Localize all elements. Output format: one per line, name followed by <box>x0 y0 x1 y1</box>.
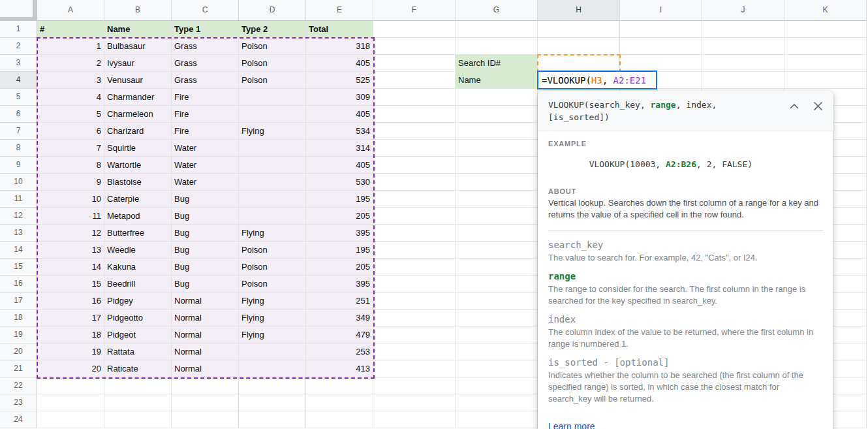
cell-F5[interactable] <box>373 89 456 106</box>
cell-E19[interactable]: 479 <box>306 326 373 343</box>
cell-A5[interactable]: 4 <box>37 89 104 106</box>
cell-D1[interactable]: Type 2 <box>239 21 306 38</box>
cell-E18[interactable]: 349 <box>306 310 373 326</box>
cell-E20[interactable]: 253 <box>306 343 373 360</box>
cell-C4[interactable]: Grass <box>172 72 239 89</box>
cell-C13[interactable]: Bug <box>172 225 239 242</box>
cell-C11[interactable]: Bug <box>172 191 239 208</box>
cell-G1[interactable] <box>456 21 538 38</box>
cell-C17[interactable]: Normal <box>172 293 239 310</box>
cell-G18[interactable] <box>456 310 538 326</box>
cell-C19[interactable]: Normal <box>172 326 239 343</box>
row-header-21[interactable]: 21 <box>0 360 37 377</box>
cell-D20[interactable] <box>239 343 306 360</box>
cell-C1[interactable]: Type 1 <box>172 21 239 38</box>
cell-J2[interactable] <box>702 38 784 55</box>
row-header-16[interactable]: 16 <box>0 276 37 293</box>
collapse-icon[interactable] <box>789 101 799 111</box>
row-header-19[interactable]: 19 <box>0 326 37 343</box>
cell-G21[interactable] <box>456 360 538 377</box>
cell-D21[interactable] <box>239 360 306 377</box>
cell-C15[interactable]: Bug <box>172 259 239 276</box>
cell-G17[interactable] <box>456 293 538 310</box>
cell-B14[interactable]: Weedle <box>104 242 172 259</box>
cell-E12[interactable]: 205 <box>306 208 373 225</box>
cell-E15[interactable]: 205 <box>306 259 373 276</box>
cell-D10[interactable] <box>239 174 306 191</box>
column-header-B[interactable]: B <box>104 0 172 21</box>
cell-B23[interactable] <box>104 394 172 411</box>
cell-G8[interactable] <box>456 140 538 157</box>
cell-F20[interactable] <box>373 343 456 360</box>
cell-E5[interactable]: 309 <box>306 89 373 106</box>
cell-D7[interactable]: Flying <box>239 123 306 140</box>
cell-B21[interactable]: Raticate <box>104 360 172 377</box>
cell-C10[interactable]: Water <box>172 174 239 191</box>
cell-D23[interactable] <box>239 394 306 411</box>
row-header-4[interactable]: 4 <box>0 72 37 89</box>
cell-E16[interactable]: 395 <box>306 276 373 293</box>
cell-D9[interactable] <box>239 157 306 174</box>
row-header-24[interactable]: 24 <box>0 411 37 428</box>
cell-J3[interactable] <box>702 55 784 72</box>
cell-A23[interactable] <box>37 394 104 411</box>
cell-B18[interactable]: Pidgeotto <box>104 310 172 326</box>
cell-B16[interactable]: Beedrill <box>104 276 172 293</box>
cell-C20[interactable]: Normal <box>172 343 239 360</box>
row-header-23[interactable]: 23 <box>0 394 37 411</box>
row-header-18[interactable]: 18 <box>0 310 37 326</box>
cell-G12[interactable] <box>456 208 538 225</box>
cell-E2[interactable]: 318 <box>306 38 373 55</box>
cell-C12[interactable]: Bug <box>172 208 239 225</box>
cell-D12[interactable] <box>239 208 306 225</box>
cell-E14[interactable]: 195 <box>306 242 373 259</box>
cell-G7[interactable] <box>456 123 538 140</box>
cell-B17[interactable]: Pidgey <box>104 293 172 310</box>
cell-F19[interactable] <box>373 326 456 343</box>
cell-G10[interactable] <box>456 174 538 191</box>
cell-B9[interactable]: Wartortle <box>104 157 172 174</box>
cell-F14[interactable] <box>373 242 456 259</box>
row-header-20[interactable]: 20 <box>0 343 37 360</box>
cell-D5[interactable] <box>239 89 306 106</box>
cell-G5[interactable] <box>456 89 538 106</box>
cell-F15[interactable] <box>373 259 456 276</box>
row-header-13[interactable]: 13 <box>0 225 37 242</box>
cell-D22[interactable] <box>239 377 306 394</box>
cell-B2[interactable]: Bulbasaur <box>104 38 172 55</box>
cell-B12[interactable]: Metapod <box>104 208 172 225</box>
cell-B20[interactable]: Rattata <box>104 343 172 360</box>
cell-F12[interactable] <box>373 208 456 225</box>
row-header-11[interactable]: 11 <box>0 191 37 208</box>
cell-C16[interactable]: Bug <box>172 276 239 293</box>
column-header-G[interactable]: G <box>456 0 538 21</box>
cell-K3[interactable] <box>784 55 867 72</box>
cell-F8[interactable] <box>373 140 456 157</box>
cell-D24[interactable] <box>239 411 306 428</box>
cell-G3[interactable]: Search ID# <box>456 55 538 72</box>
row-header-5[interactable]: 5 <box>0 89 37 106</box>
cell-A19[interactable]: 18 <box>37 326 104 343</box>
cell-D19[interactable]: Flying <box>239 326 306 343</box>
cell-A2[interactable]: 1 <box>37 38 104 55</box>
close-icon[interactable] <box>813 101 823 111</box>
cell-E23[interactable] <box>306 394 373 411</box>
cell-D8[interactable] <box>239 140 306 157</box>
cell-A24[interactable] <box>37 411 104 428</box>
cell-E4[interactable]: 525 <box>306 72 373 89</box>
cell-D16[interactable]: Poison <box>239 276 306 293</box>
cell-D6[interactable] <box>239 106 306 123</box>
cell-G24[interactable] <box>456 411 538 428</box>
row-header-14[interactable]: 14 <box>0 242 37 259</box>
cell-A9[interactable]: 8 <box>37 157 104 174</box>
cell-F6[interactable] <box>373 106 456 123</box>
cell-F23[interactable] <box>373 394 456 411</box>
cell-B11[interactable]: Caterpie <box>104 191 172 208</box>
cell-E17[interactable]: 251 <box>306 293 373 310</box>
cell-C22[interactable] <box>172 377 239 394</box>
cell-D2[interactable]: Poison <box>239 38 306 55</box>
cell-C21[interactable]: Normal <box>172 360 239 377</box>
cell-K4[interactable] <box>784 72 867 89</box>
cell-H1[interactable] <box>538 21 620 38</box>
cell-G22[interactable] <box>456 377 538 394</box>
